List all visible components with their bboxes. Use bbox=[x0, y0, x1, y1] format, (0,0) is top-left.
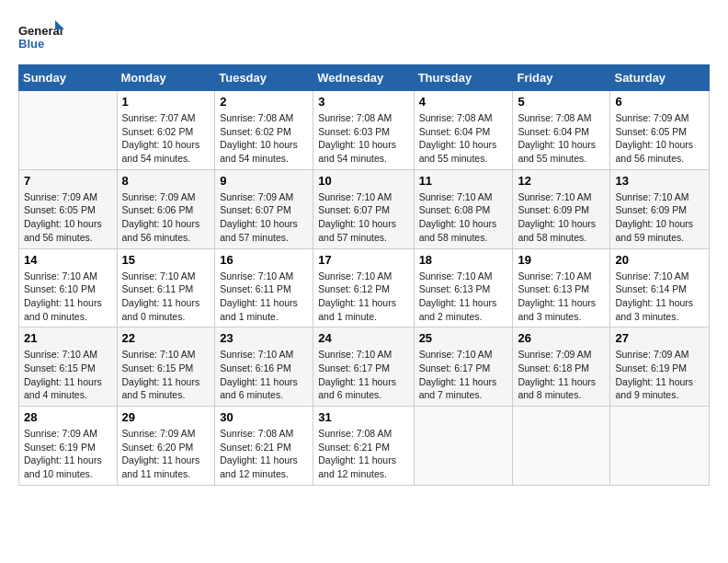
day-info: Sunrise: 7:10 AM Sunset: 6:08 PM Dayligh… bbox=[419, 190, 508, 245]
calendar-cell: 25Sunrise: 7:10 AM Sunset: 6:17 PM Dayli… bbox=[414, 327, 513, 407]
day-number: 27 bbox=[615, 331, 704, 345]
day-number: 15 bbox=[122, 253, 210, 267]
calendar-cell: 29Sunrise: 7:09 AM Sunset: 6:20 PM Dayli… bbox=[117, 407, 215, 486]
day-number: 10 bbox=[318, 174, 408, 188]
calendar-cell: 9Sunrise: 7:09 AM Sunset: 6:07 PM Daylig… bbox=[215, 169, 313, 248]
day-info: Sunrise: 7:10 AM Sunset: 6:15 PM Dayligh… bbox=[122, 348, 210, 402]
day-info: Sunrise: 7:10 AM Sunset: 6:09 PM Dayligh… bbox=[615, 190, 704, 245]
day-info: Sunrise: 7:08 AM Sunset: 6:02 PM Dayligh… bbox=[220, 111, 308, 166]
day-info: Sunrise: 7:10 AM Sunset: 6:09 PM Dayligh… bbox=[518, 190, 605, 245]
day-number: 8 bbox=[122, 174, 210, 188]
calendar-cell: 3Sunrise: 7:08 AM Sunset: 6:03 PM Daylig… bbox=[313, 91, 414, 170]
day-info: Sunrise: 7:09 AM Sunset: 6:20 PM Dayligh… bbox=[122, 427, 210, 481]
col-header-friday: Friday bbox=[513, 65, 610, 91]
calendar-cell: 17Sunrise: 7:10 AM Sunset: 6:12 PM Dayli… bbox=[313, 248, 414, 327]
calendar-week-row: 21Sunrise: 7:10 AM Sunset: 6:15 PM Dayli… bbox=[19, 327, 710, 407]
day-info: Sunrise: 7:08 AM Sunset: 6:04 PM Dayligh… bbox=[419, 111, 508, 166]
calendar-cell: 11Sunrise: 7:10 AM Sunset: 6:08 PM Dayli… bbox=[414, 169, 513, 248]
svg-text:Blue: Blue bbox=[18, 37, 44, 51]
day-info: Sunrise: 7:10 AM Sunset: 6:16 PM Dayligh… bbox=[220, 348, 308, 402]
day-number: 18 bbox=[419, 253, 508, 267]
col-header-saturday: Saturday bbox=[610, 65, 710, 91]
day-number: 21 bbox=[24, 331, 112, 345]
logo: GeneralBlue bbox=[18, 18, 64, 55]
day-number: 23 bbox=[220, 331, 308, 345]
calendar-cell: 20Sunrise: 7:10 AM Sunset: 6:14 PM Dayli… bbox=[610, 248, 710, 327]
day-info: Sunrise: 7:10 AM Sunset: 6:11 PM Dayligh… bbox=[122, 270, 210, 324]
calendar-cell: 2Sunrise: 7:08 AM Sunset: 6:02 PM Daylig… bbox=[215, 91, 313, 170]
calendar-cell: 8Sunrise: 7:09 AM Sunset: 6:06 PM Daylig… bbox=[117, 169, 215, 248]
calendar-cell: 5Sunrise: 7:08 AM Sunset: 6:04 PM Daylig… bbox=[513, 91, 610, 170]
day-number: 31 bbox=[318, 410, 408, 424]
calendar-cell bbox=[414, 407, 513, 486]
calendar-cell: 6Sunrise: 7:09 AM Sunset: 6:05 PM Daylig… bbox=[610, 91, 710, 170]
day-info: Sunrise: 7:10 AM Sunset: 6:07 PM Dayligh… bbox=[318, 190, 408, 245]
day-number: 11 bbox=[419, 174, 508, 188]
calendar-cell: 13Sunrise: 7:10 AM Sunset: 6:09 PM Dayli… bbox=[610, 169, 710, 248]
day-info: Sunrise: 7:09 AM Sunset: 6:07 PM Dayligh… bbox=[220, 190, 308, 245]
day-number: 9 bbox=[220, 174, 308, 188]
day-info: Sunrise: 7:10 AM Sunset: 6:12 PM Dayligh… bbox=[318, 270, 408, 324]
calendar-cell: 10Sunrise: 7:10 AM Sunset: 6:07 PM Dayli… bbox=[313, 169, 414, 248]
day-info: Sunrise: 7:09 AM Sunset: 6:06 PM Dayligh… bbox=[122, 190, 210, 245]
day-number: 2 bbox=[220, 95, 308, 109]
calendar-cell: 1Sunrise: 7:07 AM Sunset: 6:02 PM Daylig… bbox=[117, 91, 215, 170]
day-number: 5 bbox=[518, 95, 605, 109]
day-info: Sunrise: 7:10 AM Sunset: 6:14 PM Dayligh… bbox=[615, 270, 704, 324]
day-info: Sunrise: 7:09 AM Sunset: 6:05 PM Dayligh… bbox=[24, 190, 112, 245]
col-header-tuesday: Tuesday bbox=[215, 65, 313, 91]
calendar-cell bbox=[19, 91, 118, 170]
calendar-cell: 15Sunrise: 7:10 AM Sunset: 6:11 PM Dayli… bbox=[117, 248, 215, 327]
day-info: Sunrise: 7:07 AM Sunset: 6:02 PM Dayligh… bbox=[122, 111, 210, 166]
day-number: 26 bbox=[518, 331, 605, 345]
day-number: 22 bbox=[122, 331, 210, 345]
calendar-cell: 21Sunrise: 7:10 AM Sunset: 6:15 PM Dayli… bbox=[19, 327, 118, 407]
calendar-cell: 26Sunrise: 7:09 AM Sunset: 6:18 PM Dayli… bbox=[513, 327, 610, 407]
day-info: Sunrise: 7:09 AM Sunset: 6:19 PM Dayligh… bbox=[615, 348, 704, 402]
day-number: 20 bbox=[615, 253, 704, 267]
calendar-cell: 19Sunrise: 7:10 AM Sunset: 6:13 PM Dayli… bbox=[513, 248, 610, 327]
calendar-cell: 31Sunrise: 7:08 AM Sunset: 6:21 PM Dayli… bbox=[313, 407, 414, 486]
day-info: Sunrise: 7:09 AM Sunset: 6:05 PM Dayligh… bbox=[615, 111, 704, 166]
day-info: Sunrise: 7:09 AM Sunset: 6:18 PM Dayligh… bbox=[518, 348, 605, 402]
day-number: 25 bbox=[419, 331, 508, 345]
page-header: GeneralBlue bbox=[18, 18, 710, 55]
calendar-cell: 4Sunrise: 7:08 AM Sunset: 6:04 PM Daylig… bbox=[414, 91, 513, 170]
day-info: Sunrise: 7:10 AM Sunset: 6:17 PM Dayligh… bbox=[419, 348, 508, 402]
calendar-body: 1Sunrise: 7:07 AM Sunset: 6:02 PM Daylig… bbox=[19, 91, 710, 486]
day-number: 4 bbox=[419, 95, 508, 109]
day-info: Sunrise: 7:08 AM Sunset: 6:03 PM Dayligh… bbox=[318, 111, 408, 166]
calendar-table: SundayMondayTuesdayWednesdayThursdayFrid… bbox=[18, 64, 710, 486]
calendar-week-row: 7Sunrise: 7:09 AM Sunset: 6:05 PM Daylig… bbox=[19, 169, 710, 248]
day-info: Sunrise: 7:10 AM Sunset: 6:15 PM Dayligh… bbox=[24, 348, 112, 402]
calendar-cell: 23Sunrise: 7:10 AM Sunset: 6:16 PM Dayli… bbox=[215, 327, 313, 407]
day-info: Sunrise: 7:08 AM Sunset: 6:04 PM Dayligh… bbox=[518, 111, 605, 166]
day-info: Sunrise: 7:10 AM Sunset: 6:11 PM Dayligh… bbox=[220, 270, 308, 324]
calendar-cell: 30Sunrise: 7:08 AM Sunset: 6:21 PM Dayli… bbox=[215, 407, 313, 486]
calendar-cell: 14Sunrise: 7:10 AM Sunset: 6:10 PM Dayli… bbox=[19, 248, 118, 327]
day-info: Sunrise: 7:09 AM Sunset: 6:19 PM Dayligh… bbox=[24, 427, 112, 481]
day-number: 6 bbox=[615, 95, 704, 109]
day-info: Sunrise: 7:10 AM Sunset: 6:17 PM Dayligh… bbox=[318, 348, 408, 402]
col-header-wednesday: Wednesday bbox=[313, 65, 414, 91]
calendar-cell: 18Sunrise: 7:10 AM Sunset: 6:13 PM Dayli… bbox=[414, 248, 513, 327]
day-number: 3 bbox=[318, 95, 408, 109]
day-number: 17 bbox=[318, 253, 408, 267]
calendar-cell bbox=[610, 407, 710, 486]
day-number: 19 bbox=[518, 253, 605, 267]
calendar-cell: 16Sunrise: 7:10 AM Sunset: 6:11 PM Dayli… bbox=[215, 248, 313, 327]
logo-icon: GeneralBlue bbox=[18, 18, 64, 55]
day-number: 29 bbox=[122, 410, 210, 424]
calendar-cell: 24Sunrise: 7:10 AM Sunset: 6:17 PM Dayli… bbox=[313, 327, 414, 407]
calendar-cell: 22Sunrise: 7:10 AM Sunset: 6:15 PM Dayli… bbox=[117, 327, 215, 407]
calendar-cell: 28Sunrise: 7:09 AM Sunset: 6:19 PM Dayli… bbox=[19, 407, 118, 486]
day-number: 28 bbox=[24, 410, 112, 424]
day-number: 13 bbox=[615, 174, 704, 188]
day-info: Sunrise: 7:10 AM Sunset: 6:13 PM Dayligh… bbox=[518, 270, 605, 324]
calendar-week-row: 28Sunrise: 7:09 AM Sunset: 6:19 PM Dayli… bbox=[19, 407, 710, 486]
day-info: Sunrise: 7:10 AM Sunset: 6:10 PM Dayligh… bbox=[24, 270, 112, 324]
calendar-cell bbox=[513, 407, 610, 486]
day-info: Sunrise: 7:08 AM Sunset: 6:21 PM Dayligh… bbox=[318, 427, 408, 481]
col-header-monday: Monday bbox=[117, 65, 215, 91]
day-info: Sunrise: 7:10 AM Sunset: 6:13 PM Dayligh… bbox=[419, 270, 508, 324]
